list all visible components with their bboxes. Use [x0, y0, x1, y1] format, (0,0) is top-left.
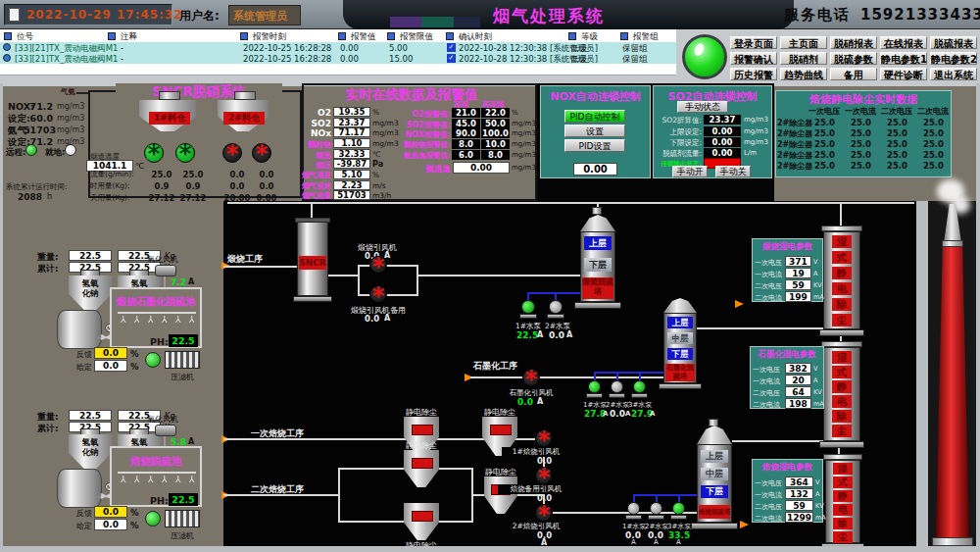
nav-online-report[interactable]: 在线报表	[880, 36, 927, 49]
nozzle-icon: Y	[134, 314, 140, 324]
feeder-fan-icon[interactable]	[222, 143, 242, 163]
nav-desulf-params[interactable]: 脱硫参数	[830, 52, 877, 65]
local-label: 就地:	[45, 147, 65, 159]
param-label: 二次电流	[755, 293, 782, 303]
pump-1-icon[interactable]	[588, 380, 601, 393]
nozzle-icon: Y	[134, 474, 140, 483]
nox-value: 71.2	[29, 101, 53, 112]
roast1-fan-icon[interactable]	[535, 429, 553, 447]
roast2-fan-icon[interactable]	[535, 504, 553, 522]
pump-base	[670, 515, 687, 520]
wet-panel-1-title: 煅烧湿电参数	[753, 241, 822, 253]
pump-2-icon[interactable]	[549, 300, 563, 314]
param-label: 一次电压	[755, 478, 782, 488]
nox-ctrl-output[interactable]: 0.00	[573, 163, 617, 176]
nav-exit[interactable]: 退出系统	[930, 68, 977, 80]
feeder-fan-icon[interactable]	[144, 143, 164, 163]
nav-history-alarm[interactable]: 历史报警	[730, 68, 777, 80]
pump-3-icon[interactable]	[633, 380, 646, 393]
o2-value: 19.35	[333, 107, 370, 117]
feeder-fan-icon[interactable]	[252, 143, 271, 163]
wet-panel-2-title: 石墨化湿电参数	[751, 349, 823, 361]
manual-off-button[interactable]: 手动关	[715, 166, 751, 177]
unit: mg/m3	[744, 127, 768, 135]
tower3-upper: 上层	[701, 450, 728, 463]
water-pipe	[594, 372, 596, 380]
wesp-char: 尘	[832, 425, 852, 437]
manual-on-button[interactable]: 手动开	[672, 166, 708, 177]
oxidation-fan-icon[interactable]	[155, 265, 176, 276]
filter-press-icon[interactable]	[165, 351, 200, 369]
valve-icon[interactable]	[101, 332, 109, 341]
nav-login[interactable]: 登录页面	[730, 36, 777, 49]
unit: mg/m3	[512, 120, 536, 127]
alarm-note: -	[121, 54, 123, 64]
column-icon	[620, 32, 628, 40]
pump-2-icon[interactable]	[650, 502, 662, 515]
pipe	[358, 265, 418, 267]
silo-top	[129, 270, 149, 276]
nav-main[interactable]: 主页面	[780, 36, 827, 49]
upper-limit-value[interactable]: 0.00	[704, 126, 741, 136]
user-value: 系统管理员	[233, 9, 287, 24]
nozzle-icon: Y	[121, 314, 126, 324]
pump-2-icon[interactable]	[611, 380, 623, 393]
nav-hw-diag[interactable]: 硬件诊断	[880, 68, 927, 80]
calcine-fan-icon[interactable]	[369, 256, 387, 274]
setpoint-value[interactable]: 0.0	[94, 519, 127, 530]
lower-limit-value[interactable]: 0.00	[704, 137, 741, 147]
oxidation-fan-icon[interactable]	[155, 425, 176, 436]
pump-1-current: 22.5	[516, 330, 538, 340]
nav-alarm-ack[interactable]: 报警确认	[730, 52, 777, 65]
calcine-backup-fan-icon[interactable]	[369, 285, 387, 303]
nav-esp-params-2[interactable]: 静电参数2	[930, 52, 977, 65]
roast-backup-fan-icon[interactable]	[535, 467, 553, 484]
nav-trend[interactable]: 趋势曲线	[780, 68, 827, 80]
nav-denox-report[interactable]: 脱硝报表	[830, 36, 877, 49]
tower2-name: 石墨化脱硫塔	[665, 364, 695, 381]
silo-top	[80, 428, 100, 435]
dust-alarm-high: 8.0	[452, 139, 480, 149]
silo-1-label: 1#料仓	[149, 112, 190, 125]
flowrate-value: 51703	[333, 190, 370, 200]
set-button[interactable]: 设置	[564, 125, 625, 137]
tower1-base	[574, 302, 621, 309]
feeder-fan-icon[interactable]	[175, 143, 195, 163]
wesp-char: 静	[833, 490, 853, 502]
tower2-upper: 上层	[667, 317, 693, 328]
flow-arrow	[735, 300, 744, 308]
filter-press-icon[interactable]	[165, 510, 200, 527]
nav-desulf-report[interactable]: 脱硫报表	[930, 36, 977, 49]
pid-set-button[interactable]: PID设置	[564, 139, 625, 152]
pump-1-icon[interactable]	[521, 300, 535, 314]
hmi-screen: 2022-10-29 17:45:32 用户名: 系统管理员 烟气处理系统 服务…	[0, 0, 980, 552]
manual-state-button[interactable]: 手动状态	[677, 101, 728, 113]
pool-1-name: 煅烧石墨化脱硫池	[112, 295, 200, 309]
water-pipe	[633, 494, 635, 502]
press-label: 烟压	[298, 160, 331, 171]
wesp-char: 静	[832, 267, 852, 279]
pump-3-icon[interactable]	[672, 502, 685, 515]
graphite-fan-icon[interactable]	[522, 369, 540, 386]
nav-spare[interactable]: 备用	[830, 68, 877, 80]
pump-base	[648, 515, 664, 520]
wesp-char: 尘	[832, 314, 852, 326]
ack-check-icon[interactable]	[447, 43, 456, 52]
value: 25.0	[917, 118, 950, 127]
unit: A	[384, 314, 390, 323]
dust-alarm-label: 颗粒物报警值:	[390, 140, 451, 150]
nav-denox-agent[interactable]: 脱硝剂	[780, 52, 827, 65]
wesp-char: 除	[833, 518, 853, 529]
master-indicator-button[interactable]	[682, 34, 727, 79]
nav-esp-params-1[interactable]: 静电参数1	[880, 52, 927, 65]
value: 0.9	[148, 181, 175, 191]
valve-icon[interactable]	[101, 491, 109, 500]
nozzle-icon: Y	[162, 474, 168, 483]
ack-check-icon[interactable]	[447, 54, 456, 63]
value: 25.0	[148, 170, 175, 179]
unit: V	[813, 258, 817, 266]
pump-1-icon[interactable]	[627, 502, 640, 515]
chimney-collar	[942, 240, 963, 247]
pid-auto-button[interactable]: PID自动控制	[564, 110, 625, 123]
setpoint-value[interactable]: 0.0	[94, 360, 127, 372]
